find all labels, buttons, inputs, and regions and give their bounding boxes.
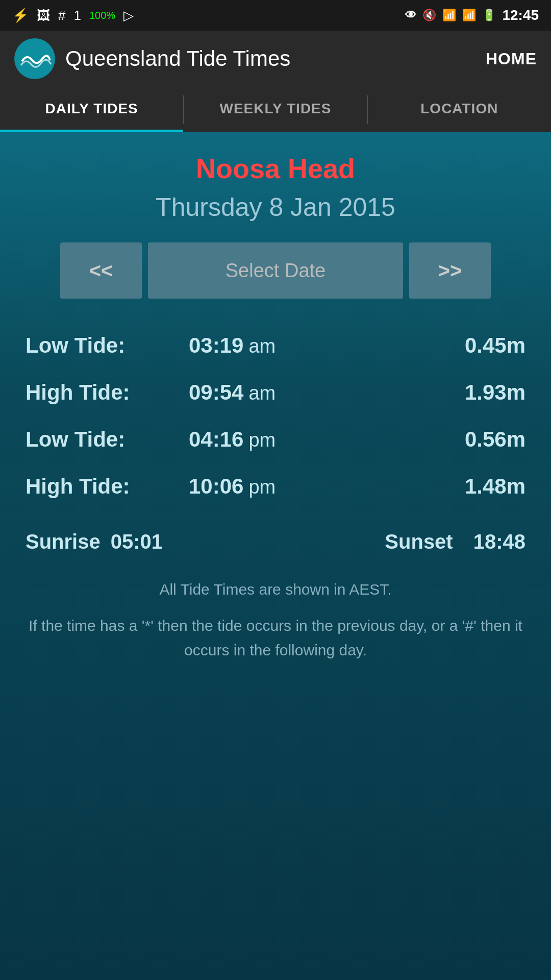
tide-time-3: 04:16: [189, 427, 243, 452]
usb-icon: ⚡: [12, 8, 29, 23]
sunset-time: 18:48: [473, 530, 525, 553]
svg-point-0: [17, 41, 53, 77]
eye-icon: 👁: [405, 9, 416, 22]
tide-time-block-1: 03:19 am: [189, 333, 276, 358]
home-button[interactable]: HOME: [486, 50, 537, 68]
date-display: Thursday 8 Jan 2015: [156, 192, 395, 222]
media-icon: ▷: [123, 8, 134, 23]
sun-info-row: Sunrise 05:01 Sunset 18:48: [15, 518, 536, 566]
hash-icon: #: [58, 8, 65, 23]
table-row: Low Tide: 04:16 pm 0.56m: [15, 418, 536, 461]
table-row: Low Tide: 03:19 am 0.45m: [15, 324, 536, 367]
tide-height-2: 1.93m: [444, 380, 525, 405]
date-navigation: << Select Date >>: [15, 242, 536, 299]
tide-height-3: 0.56m: [444, 427, 525, 452]
calendar-icon: 1: [73, 8, 81, 23]
app-title: Queensland Tide Times: [65, 46, 290, 71]
status-right-icons: 👁 🔇 📶 📶 🔋 12:45: [405, 7, 539, 23]
tide-ampm-2: am: [248, 382, 276, 404]
tide-time-1: 03:19: [189, 333, 243, 358]
tide-data-list: Low Tide: 03:19 am 0.45m High Tide: 09:5…: [15, 324, 536, 508]
battery-icon: 🔋: [482, 9, 496, 22]
location-name: Noosa Head: [196, 153, 355, 184]
select-date-button[interactable]: Select Date: [148, 242, 403, 299]
tide-label-3: Low Tide:: [26, 427, 189, 452]
tide-ampm-4: pm: [248, 476, 276, 498]
footnote-aest: All Tide Times are shown in AEST.: [159, 581, 391, 598]
signal-icon: 📶: [462, 9, 476, 22]
sunrise-time: 05:01: [111, 530, 163, 553]
mute-icon: 🔇: [422, 9, 436, 22]
battery-full-icon: 100%: [89, 10, 115, 21]
app-logo: [14, 38, 55, 79]
clock: 12:45: [502, 7, 539, 23]
tide-label-4: High Tide:: [26, 474, 189, 499]
tide-time-block-3: 04:16 pm: [189, 427, 276, 452]
footnote-info: If the time has a '*' then the tide occu…: [15, 614, 536, 663]
tab-weekly-tides[interactable]: WEEKLY TIDES: [184, 87, 367, 132]
tide-time-4: 10:06: [189, 474, 243, 499]
tide-time-2: 09:54: [189, 380, 243, 405]
tide-time-block-4: 10:06 pm: [189, 474, 276, 499]
tab-bar: DAILY TIDES WEEKLY TIDES LOCATION: [0, 87, 551, 132]
tide-label-2: High Tide:: [26, 380, 189, 405]
app-bar-left: Queensland Tide Times: [14, 38, 290, 79]
tide-ampm-3: pm: [248, 429, 276, 451]
app-bar: Queensland Tide Times HOME: [0, 31, 551, 87]
tide-time-block-2: 09:54 am: [189, 380, 276, 405]
table-row: High Tide: 09:54 am 1.93m: [15, 371, 536, 414]
tide-height-1: 0.45m: [444, 333, 525, 358]
prev-date-button[interactable]: <<: [60, 242, 142, 299]
next-date-button[interactable]: >>: [409, 242, 491, 299]
sunrise-label: Sunrise: [26, 530, 101, 553]
sunset-label: Sunset: [385, 530, 453, 553]
tide-ampm-1: am: [248, 335, 276, 357]
tab-location[interactable]: LOCATION: [368, 87, 551, 132]
status-bar: ⚡ 🖼 # 1 100% ▷ 👁 🔇 📶 📶 🔋 12:45: [0, 0, 551, 31]
wifi-icon: 📶: [442, 9, 456, 22]
tide-height-4: 1.48m: [444, 474, 525, 499]
tab-daily-tides[interactable]: DAILY TIDES: [0, 87, 183, 132]
image-icon: 🖼: [37, 8, 50, 23]
table-row: High Tide: 10:06 pm 1.48m: [15, 465, 536, 508]
tide-label-1: Low Tide:: [26, 333, 189, 358]
status-left-icons: ⚡ 🖼 # 1 100% ▷: [12, 8, 134, 23]
main-content: Noosa Head Thursday 8 Jan 2015 << Select…: [0, 132, 551, 980]
